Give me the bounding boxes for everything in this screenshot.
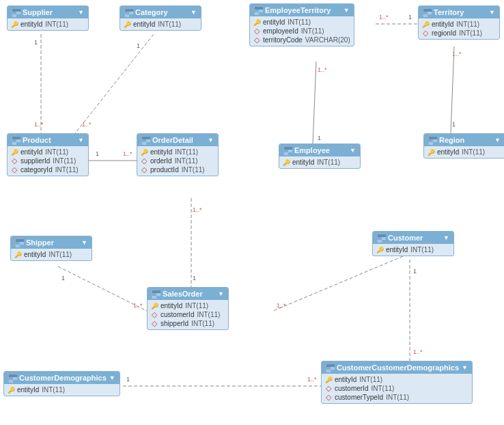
field-type: INT(11)	[410, 246, 434, 253]
svg-rect-88	[9, 374, 17, 377]
field-row: ◇employeeIdINT(11)	[250, 27, 354, 36]
field-name: entityId	[263, 18, 285, 26]
entity-header-product: Product▼	[8, 134, 88, 146]
entity-body: 🔑entityIdINT(11)◇regionIdINT(11)	[419, 18, 499, 39]
entity-orderdetail[interactable]: OrderDetail▼🔑entityIdINT(11)◇orderIdINT(…	[137, 133, 219, 176]
entity-customerdemographics[interactable]: CustomerDemographics▼🔑entityIdINT(11)	[3, 371, 120, 396]
entity-body: 🔑entityIdINT(11)◇orderIdINT(11)◇productI…	[137, 146, 218, 176]
field-name: entityId	[437, 148, 459, 156]
table-icon	[254, 6, 262, 14]
field-type: INT(11)	[197, 311, 220, 318]
svg-rect-90	[13, 377, 17, 380]
entity-label: Product	[23, 136, 51, 144]
dropdown-arrow-icon[interactable]: ▼	[344, 7, 350, 14]
entity-label: CustomerDemographics	[19, 374, 107, 382]
field-row: ◇customerIdINT(11)	[322, 384, 472, 393]
dropdown-arrow-icon[interactable]: ▼	[78, 137, 84, 143]
field-type: INT(11)	[182, 166, 205, 174]
svg-rect-62	[146, 142, 150, 145]
entity-territory[interactable]: Territory▼🔑entityIdINT(11)◇regionIdINT(1…	[418, 5, 500, 40]
dropdown-arrow-icon[interactable]: ▼	[494, 137, 501, 143]
dropdown-arrow-icon[interactable]: ▼	[218, 290, 224, 297]
field-row: 🔑entityIdINT(11)	[137, 148, 218, 156]
svg-rect-61	[142, 142, 146, 145]
entity-body: 🔑entityIdINT(11)◇employeeIdINT(11)◇terri…	[250, 16, 354, 46]
field-row: 🔑entityIdINT(11)	[148, 301, 228, 310]
entity-customercustomerdemographics[interactable]: CustomerCustomerDemographics▼🔑entityIdIN…	[321, 361, 473, 404]
dropdown-arrow-icon[interactable]: ▼	[81, 239, 87, 246]
pk-icon: 🔑	[124, 21, 130, 28]
field-type: INT(11)	[317, 159, 340, 166]
svg-text:1: 1	[34, 39, 38, 46]
field-name: entityId	[292, 159, 314, 166]
svg-rect-77	[20, 245, 24, 247]
entity-label: Territory	[434, 8, 464, 16]
entity-body: 🔑entityIdINT(11)◇supplierIdINT(11)◇categ…	[8, 146, 88, 176]
field-type: INT(11)	[359, 376, 382, 383]
entity-employeeterritory[interactable]: EmployeeTerritory▼🔑entityIdINT(11)◇emplo…	[249, 3, 354, 46]
entity-label: OrderDetail	[152, 136, 193, 144]
svg-rect-64	[284, 150, 288, 152]
svg-text:1: 1	[318, 135, 321, 141]
svg-line-9	[313, 61, 316, 143]
entity-header-orderdetail: OrderDetail▼	[137, 134, 218, 146]
entity-label: Customer	[388, 234, 423, 242]
dropdown-arrow-icon[interactable]: ▼	[191, 9, 197, 16]
field-name: customerId	[335, 385, 368, 392]
entity-body: 🔑entityIdINT(11)	[11, 249, 92, 260]
field-name: entityId	[20, 148, 42, 156]
dropdown-arrow-icon[interactable]: ▼	[109, 374, 115, 381]
field-row: ◇regionIdINT(11)	[419, 29, 499, 38]
pk-icon: 🔑	[141, 149, 148, 156]
field-name: territoryCode	[263, 36, 303, 44]
field-row: ◇customerTypeIdINT(11)	[322, 393, 472, 402]
entity-header-employee: Employee▼	[279, 144, 360, 156]
svg-rect-84	[378, 237, 382, 240]
svg-rect-44	[255, 10, 259, 12]
entity-customer[interactable]: Customer▼🔑entityIdINT(11)	[372, 231, 454, 256]
entity-salesorder[interactable]: SalesOrder▼🔑entityIdINT(11)◇customerIdIN…	[147, 287, 229, 330]
dropdown-arrow-icon[interactable]: ▼	[462, 364, 468, 371]
field-name: entityId	[133, 20, 155, 28]
entity-header-territory: Territory▼	[419, 6, 499, 18]
dropdown-arrow-icon[interactable]: ▼	[489, 9, 495, 16]
dropdown-arrow-icon[interactable]: ▼	[208, 137, 214, 143]
table-icon	[423, 8, 431, 16]
field-name: entityId	[386, 246, 408, 253]
entity-product[interactable]: Product▼🔑entityIdINT(11)◇supplierIdINT(1…	[7, 133, 89, 176]
entity-shipper[interactable]: Shipper▼🔑entityIdINT(11)	[10, 236, 92, 261]
svg-text:1..*: 1..*	[34, 121, 44, 128]
entity-region[interactable]: Region▼🔑entityIdINT(11)	[423, 133, 504, 159]
svg-rect-78	[152, 290, 160, 293]
entity-label: SalesOrder	[163, 290, 203, 298]
svg-text:1..*: 1..*	[307, 376, 317, 383]
entity-body: 🔑entityIdINT(11)	[120, 18, 201, 30]
table-icon	[326, 364, 334, 372]
svg-rect-87	[382, 240, 386, 243]
svg-rect-92	[13, 380, 17, 383]
dropdown-arrow-icon[interactable]: ▼	[350, 147, 356, 154]
pk-icon: 🔑	[422, 21, 429, 28]
svg-rect-97	[331, 370, 335, 372]
svg-rect-67	[288, 152, 292, 155]
entity-body: 🔑entityIdINT(11)	[8, 18, 88, 30]
svg-rect-75	[20, 242, 24, 245]
entity-category[interactable]: Category▼🔑entityIdINT(11)	[120, 5, 201, 31]
fk-icon: ◇	[325, 394, 332, 401]
field-row: 🔑entityIdINT(11)	[322, 375, 472, 384]
field-type: INT(11)	[175, 148, 198, 156]
dropdown-arrow-icon[interactable]: ▼	[78, 9, 84, 16]
svg-rect-81	[152, 296, 156, 299]
entity-supplier[interactable]: Supplier▼🔑entityIdINT(11)	[7, 5, 89, 31]
field-name: entityId	[150, 148, 172, 156]
entity-label: EmployeeTerritory	[265, 6, 331, 14]
svg-rect-80	[156, 293, 160, 296]
field-type: INT(11)	[191, 320, 214, 327]
svg-rect-50	[428, 12, 432, 14]
fk-icon: ◇	[151, 320, 158, 327]
svg-text:1: 1	[193, 275, 196, 282]
field-name: shipperId	[160, 320, 188, 327]
dropdown-arrow-icon[interactable]: ▼	[443, 234, 449, 241]
entity-employee[interactable]: Employee▼🔑entityIdINT(11)	[279, 143, 361, 169]
field-type: INT(11)	[175, 157, 198, 165]
